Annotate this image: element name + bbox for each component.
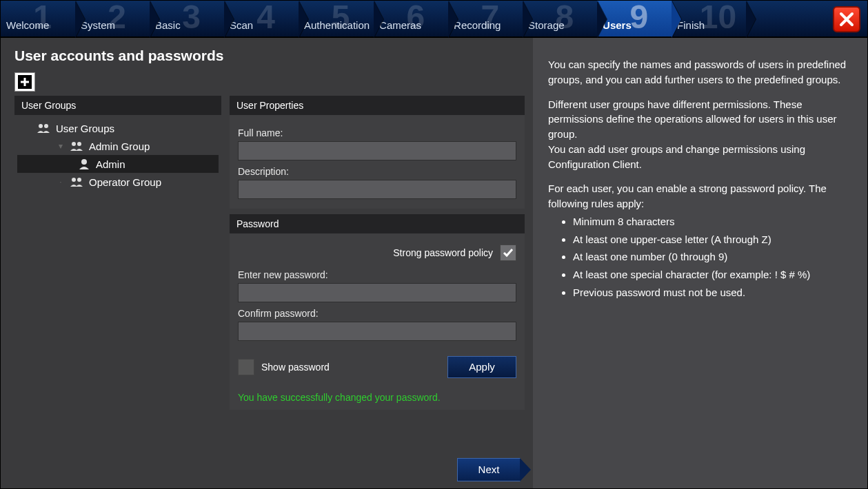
left-pane: User accounts and passwords User Groups …	[1, 38, 533, 488]
apply-button[interactable]: Apply	[447, 356, 516, 378]
step-label: Storage	[528, 19, 565, 31]
status-message: You have successfully changed your passw…	[230, 388, 525, 410]
add-user-button[interactable]	[14, 72, 35, 92]
users-group-icon	[70, 176, 85, 188]
wizard-step-users[interactable]: 9Users	[597, 1, 672, 37]
wizard-step-welcome[interactable]: 1Welcome	[1, 1, 75, 37]
users-group-icon	[37, 122, 52, 134]
password-rule: Previous password must not be used.	[573, 285, 852, 300]
wizard-step-storage[interactable]: 8Storage	[523, 1, 597, 37]
tree-admin-user[interactable]: Admin	[17, 155, 219, 173]
enter-password-label: Enter new password:	[238, 269, 516, 280]
strong-password-checkbox[interactable]	[500, 244, 516, 261]
help-paragraph: Different user groups have different per…	[548, 97, 852, 172]
next-button[interactable]: Next	[457, 458, 521, 481]
user-properties-header: User Properties	[230, 96, 525, 115]
step-number: 9	[629, 1, 648, 34]
app-root: 1Welcome2System3Basic4Scan5Authenticatio…	[0, 0, 868, 489]
tree-root[interactable]: User Groups	[17, 119, 219, 137]
wizard-step-finish[interactable]: 10Finish	[672, 1, 746, 37]
step-label: Welcome	[6, 19, 49, 31]
svg-point-6	[72, 178, 76, 182]
user-groups-panel: User Groups User Groups ▾	[14, 96, 221, 410]
help-pane: You can specify the names and passwords …	[533, 38, 867, 488]
user-groups-header: User Groups	[14, 96, 221, 115]
show-password-checkbox[interactable]	[238, 359, 254, 375]
description-label: Description:	[238, 166, 516, 177]
description-input[interactable]	[238, 180, 516, 199]
tree-admin-group[interactable]: ▾ Admin Group	[17, 137, 219, 155]
show-password-label: Show password	[261, 362, 330, 373]
tree-connector-icon: ▾	[56, 141, 65, 151]
tree-admin-user-label: Admin	[96, 158, 125, 170]
step-number: 3	[182, 1, 201, 34]
wizard-step-cameras[interactable]: 6Cameras	[374, 1, 448, 37]
tree-admin-group-label: Admin Group	[89, 141, 150, 152]
step-number: 4	[256, 1, 275, 34]
users-group-icon	[70, 140, 85, 152]
tree-connector-icon: ·	[56, 177, 65, 187]
close-button[interactable]	[833, 6, 860, 32]
svg-point-3	[72, 142, 76, 146]
enter-password-input[interactable]	[238, 283, 516, 302]
step-label: Authentication	[304, 19, 370, 31]
user-groups-tree: User Groups ▾ Admin Group	[14, 115, 221, 195]
step-label: Recording	[454, 19, 501, 31]
step-label: Users	[603, 19, 632, 31]
step-number: 10	[700, 1, 736, 34]
properties-panel: User Properties Full name: Description: …	[230, 96, 525, 410]
tree-operator-group-label: Operator Group	[89, 176, 161, 188]
wizard-step-authentication[interactable]: 5Authentication	[299, 1, 374, 37]
step-label: Cameras	[379, 19, 421, 31]
password-rule: At least one special character (for exam…	[573, 267, 852, 282]
password-rule: Minimum 8 characters	[573, 214, 852, 229]
wizard-step-recording[interactable]: 7Recording	[448, 1, 523, 37]
svg-point-5	[81, 159, 87, 165]
confirm-password-label: Confirm password:	[238, 308, 516, 319]
svg-point-4	[77, 142, 81, 146]
tree-root-label: User Groups	[56, 123, 114, 134]
svg-point-1	[39, 124, 43, 128]
password-panel: Password Strong password policy Enter ne…	[230, 214, 525, 410]
wizard-step-system[interactable]: 2System	[75, 1, 150, 37]
full-name-label: Full name:	[238, 127, 516, 138]
full-name-input[interactable]	[238, 141, 516, 160]
wizard-step-basic[interactable]: 3Basic	[150, 1, 224, 37]
password-rules-list: Minimum 8 charactersAt least one upper-c…	[573, 214, 852, 300]
main-body: User accounts and passwords User Groups …	[1, 38, 867, 488]
svg-point-2	[44, 124, 48, 128]
tree-operator-group[interactable]: · Operator Group	[17, 173, 219, 191]
confirm-password-input[interactable]	[238, 322, 516, 341]
password-rule: At least one upper-case letter (A throug…	[573, 232, 852, 247]
help-paragraph: You can specify the names and passwords …	[548, 57, 852, 87]
password-header: Password	[230, 214, 525, 233]
strong-password-label: Strong password policy	[393, 247, 493, 258]
help-paragraph: For each user, you can enable a strong p…	[548, 181, 852, 211]
step-label: Finish	[677, 19, 705, 31]
step-label: System	[81, 19, 115, 31]
user-properties-panel: User Properties Full name: Description:	[230, 96, 525, 209]
password-rule: At least one number (0 through 9)	[573, 249, 852, 264]
wizard-steps: 1Welcome2System3Basic4Scan5Authenticatio…	[1, 1, 867, 38]
svg-point-7	[77, 178, 81, 182]
page-title: User accounts and passwords	[14, 48, 525, 64]
user-icon	[77, 158, 92, 170]
wizard-step-scan[interactable]: 4Scan	[224, 1, 299, 37]
